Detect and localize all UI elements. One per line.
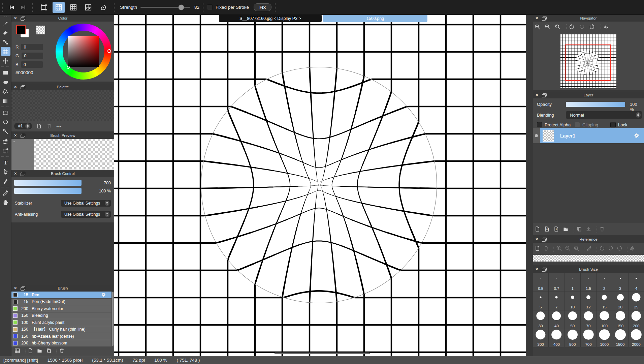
curve-tool[interactable] [1, 177, 10, 186]
strength-slider-knob[interactable] [179, 4, 184, 10]
merge-down-button[interactable] [585, 226, 595, 234]
brush-list-item[interactable]: 15Pen [11, 292, 114, 298]
brush-size-option[interactable]: 4 [629, 273, 644, 292]
close-icon[interactable]: × [536, 236, 538, 242]
stepper-icon[interactable] [105, 201, 109, 206]
close-icon[interactable]: × [536, 15, 538, 21]
sv-marker[interactable] [67, 66, 70, 69]
brush-opacity-slider[interactable] [14, 188, 82, 194]
brush-size-option[interactable]: 20 [612, 292, 628, 310]
brush-size-option[interactable]: 12 [581, 292, 596, 310]
close-icon[interactable]: × [14, 15, 17, 21]
select-rect-tool[interactable] [1, 108, 10, 117]
delete-palette-icon[interactable] [46, 123, 52, 129]
brush-size-option[interactable]: 15 [597, 292, 612, 310]
undo-button[interactable] [6, 2, 18, 12]
hue-marker[interactable] [107, 49, 111, 53]
palette-page-select[interactable]: #1 [14, 123, 32, 129]
popout-icon[interactable] [543, 93, 547, 96]
rotate-reset-button[interactable] [579, 24, 589, 31]
document-tab-active[interactable]: 1500.png [323, 15, 427, 22]
new-palette-icon[interactable] [36, 123, 42, 129]
brush-size-option[interactable]: 1000 [597, 329, 612, 348]
redo-button[interactable] [18, 2, 29, 12]
brush-list-item[interactable]: 200Blurry watercolor [11, 305, 114, 312]
popout-icon[interactable] [22, 17, 25, 20]
opacity-slider[interactable] [566, 102, 625, 107]
brush-size-option[interactable]: 1500 [612, 329, 628, 348]
duplicate-button[interactable] [45, 347, 55, 355]
brush-size-option[interactable]: 150 [612, 310, 628, 329]
brush-size-option[interactable]: 5 [533, 292, 548, 310]
transparent-color-swatch[interactable] [36, 26, 45, 34]
zoom-fit-button[interactable] [554, 24, 565, 31]
brush-list-item[interactable]: 150Bleeding [11, 312, 114, 319]
brush-size-option[interactable]: 1.5 [581, 273, 596, 292]
stepper-icon[interactable] [25, 123, 30, 129]
close-icon[interactable]: × [14, 285, 17, 291]
duplicate-button[interactable] [576, 226, 585, 234]
select-eraser-tool[interactable] [1, 146, 10, 155]
brush-size-option[interactable]: 40 [549, 310, 564, 329]
stepper-icon[interactable] [105, 212, 109, 217]
flip-horizontal-button[interactable] [603, 24, 613, 31]
bucket-tool[interactable] [1, 87, 10, 96]
canvas-horizontal-scrollbar[interactable] [275, 353, 370, 354]
close-icon[interactable]: × [14, 171, 17, 177]
g-value-field[interactable]: 0 [22, 53, 43, 59]
foreground-color-swatch[interactable] [16, 25, 26, 34]
brush-size-slider[interactable] [14, 180, 82, 186]
spiral-mode-button[interactable] [97, 2, 109, 13]
close-icon[interactable]: × [536, 92, 538, 98]
trash-button[interactable] [599, 226, 608, 234]
brush-size-option[interactable]: 100 [597, 310, 612, 329]
tool-strip-handle[interactable] [3, 17, 8, 17]
canvas-area[interactable]: S__80773160.jpg < Display P3 > 1500.png [114, 15, 526, 356]
brush-tool[interactable] [1, 19, 10, 28]
brush-size-option[interactable]: 700 [581, 329, 596, 348]
layer-visibility-gutter[interactable] [533, 128, 540, 143]
saturation-value-square[interactable] [68, 36, 99, 67]
eyedropper-tool[interactable] [1, 188, 10, 198]
popout-icon[interactable] [22, 172, 25, 175]
new-doc-button[interactable] [534, 226, 544, 234]
grid-rotate-mode-button[interactable] [82, 2, 94, 13]
zoom-in-button[interactable] [556, 245, 565, 253]
zoom-out-button[interactable] [544, 24, 554, 31]
brush-size-option[interactable]: 0.7 [549, 273, 564, 292]
trash-button[interactable] [59, 347, 68, 355]
select-pen-tool[interactable] [1, 136, 10, 146]
brush-list-item[interactable]: 15Pen (Fade In/Out) [11, 299, 114, 305]
new-doc-button[interactable] [27, 347, 36, 355]
new-1bit-button[interactable]: 1 [553, 226, 562, 234]
eraser-tool[interactable] [1, 28, 10, 37]
new-8bit-button[interactable]: 8 [544, 226, 553, 234]
warped-grid-image[interactable] [114, 15, 526, 356]
folder-button[interactable] [562, 226, 572, 234]
b-value-field[interactable]: 0 [21, 61, 43, 68]
strength-slider[interactable] [140, 7, 190, 8]
document-tab[interactable]: S__80773160.jpg < Display P3 > [219, 15, 322, 22]
brush-size-option[interactable]: 400 [549, 329, 564, 348]
zoom-in-button[interactable] [534, 24, 544, 31]
grid-mode-button[interactable] [67, 2, 79, 13]
brush-size-option[interactable]: 50 [565, 310, 580, 329]
brush-list-scrollbar[interactable] [111, 292, 114, 346]
dot-tool[interactable] [1, 37, 10, 47]
rotate-cw-button[interactable] [616, 245, 625, 253]
text-tool[interactable]: T [1, 158, 10, 167]
flip-horizontal-button[interactable] [629, 245, 638, 253]
rotate-ccw-button[interactable] [599, 245, 608, 253]
clipping-checkbox[interactable] [575, 122, 580, 127]
blob-tool[interactable] [1, 78, 10, 87]
brush-size-option[interactable]: 1 [565, 273, 580, 292]
trash-button[interactable] [543, 245, 552, 253]
brush-grid-button[interactable] [14, 347, 23, 355]
layer-row-selected[interactable]: Layer1 [540, 128, 644, 143]
rotate-reset-button[interactable] [608, 245, 616, 253]
mesh-warp-mode-button[interactable] [53, 2, 65, 13]
navigator-thumbnail[interactable] [560, 34, 616, 88]
protect-alpha-checkbox[interactable] [537, 122, 542, 127]
mesh-transform-tool[interactable] [1, 47, 10, 56]
brush-size-option[interactable]: 500 [565, 329, 580, 348]
